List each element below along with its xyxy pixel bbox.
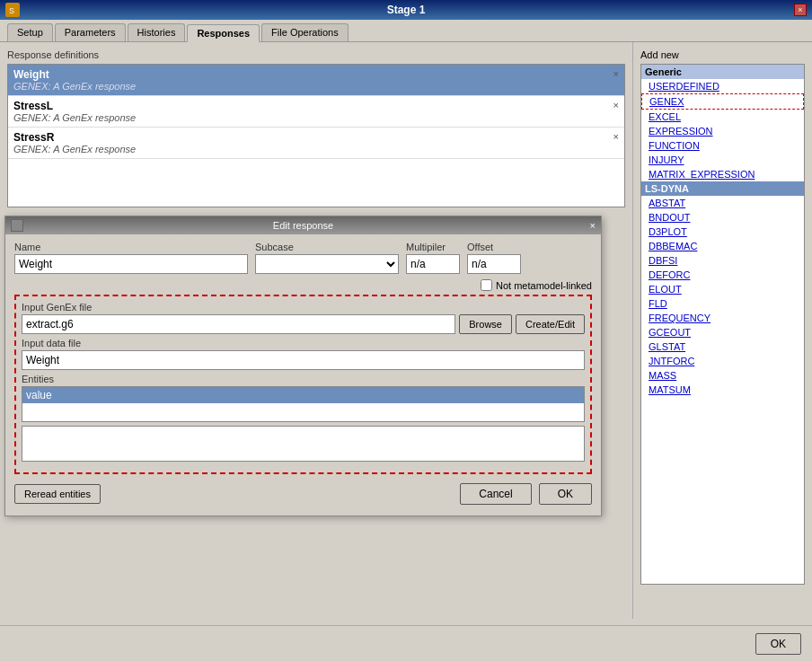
multiplier-label: Multipiler [406,242,460,252]
add-new-label: Add new [640,49,805,60]
type-item-frequency[interactable]: FREQUENCY [641,311,804,325]
create-edit-button[interactable]: Create/Edit [516,314,585,334]
response-item-stressr[interactable]: StressR GENEX: A GenEx response × [8,128,624,159]
tab-parameters[interactable]: Parameters [55,23,126,41]
dialog-content: Name Subcase Multipiler Offset [5,234,601,516]
reread-button[interactable]: Reread entities [14,484,101,504]
input-genex-label: Input GenEx file [22,302,585,313]
data-file-row [22,350,585,370]
dialog-bottom-row: Reread entities Cancel OK [14,480,592,508]
type-item-excel[interactable]: EXCEL [641,110,804,124]
svg-text:S: S [9,6,14,15]
cancel-button[interactable]: Cancel [460,483,531,505]
response-name-stressr: StressR [13,131,610,144]
response-item-weight[interactable]: Weight GENEX: A GenEx response × [8,65,624,96]
dialog-close-button[interactable]: × [590,220,596,231]
ok-button[interactable]: OK [539,483,592,505]
type-item-abstat[interactable]: ABSTAT [641,196,804,210]
entities-label: Entities [22,374,585,384]
window-title: Stage 1 [387,4,426,16]
type-item-gceout[interactable]: GCEOUT [641,325,804,339]
metamodel-row: Not metamodel-linked [14,279,592,291]
form-row-top: Name Subcase Multipiler Offset [14,242,592,274]
offset-label: Offset [467,242,521,252]
multiplier-input[interactable] [406,254,460,274]
type-list[interactable]: Generic USERDEFINED GENEX EXCEL EXPRESSI… [640,64,805,585]
type-item-genex[interactable]: GENEX [641,93,804,110]
tab-histories[interactable]: Histories [128,23,186,41]
dashed-box: Input GenEx file Browse Create/Edit Inpu… [14,295,592,474]
metamodel-checkbox[interactable] [481,279,492,291]
name-label: Name [14,242,248,252]
form-group-multiplier: Multipiler [406,242,460,274]
genex-file-row: Browse Create/Edit [22,314,585,334]
tab-bar: Setup Parameters Histories Responses Fil… [0,20,812,42]
main-ok-button[interactable]: OK [755,633,801,655]
response-sub-stressl: GENEX: A GenEx response [13,112,610,123]
type-item-dbbemac[interactable]: DBBEMAC [641,239,804,253]
right-panel: Add new Generic USERDEFINED GENEX EXCEL … [632,42,812,619]
type-item-bndout[interactable]: BNDOUT [641,210,804,225]
input-data-label: Input data file [22,338,585,348]
type-item-d3plot[interactable]: D3PLOT [641,225,804,239]
response-name-weight: Weight [13,68,610,81]
response-sub-weight: GENEX: A GenEx response [13,81,610,92]
tab-setup[interactable]: Setup [7,23,53,41]
type-item-matrix-expression[interactable]: MATRIX_EXPRESSION [641,167,804,181]
type-item-mass[interactable]: MASS [641,368,804,383]
tab-file-operations[interactable]: File Operations [261,23,349,41]
app-icon: S [5,3,20,17]
title-bar: S Stage 1 × [0,0,812,20]
type-item-matsum[interactable]: MATSUM [641,383,804,397]
group-header-generic: Generic [641,65,804,79]
dialog-title: Edit response [273,220,333,231]
name-input[interactable] [14,254,248,274]
edit-response-dialog: Edit response × Name Subcase Multipiler [4,216,602,516]
type-item-fld[interactable]: FLD [641,296,804,311]
metamodel-label: Not metamodel-linked [496,280,592,291]
tab-responses[interactable]: Responses [187,24,260,42]
type-item-glstat[interactable]: GLSTAT [641,339,804,354]
subcase-label: Subcase [255,242,399,252]
type-item-expression[interactable]: EXPRESSION [641,124,804,138]
form-group-offset: Offset [467,242,521,274]
response-definitions-label: Response definitions [7,49,625,60]
entities-list[interactable]: value [22,386,585,422]
response-list[interactable]: Weight GENEX: A GenEx response × StressL… [7,64,625,207]
form-group-name: Name [14,242,248,274]
window-close-button[interactable]: × [794,4,807,16]
type-item-dbfsi[interactable]: DBFSI [641,253,804,268]
data-file-input[interactable] [22,350,585,370]
empty-area [22,426,585,462]
dialog-title-bar: Edit response × [5,216,601,234]
entity-item-value[interactable]: value [22,387,584,403]
response-close-stressl[interactable]: × [613,100,619,110]
response-sub-stressr: GENEX: A GenEx response [13,144,610,154]
type-item-deforc[interactable]: DEFORC [641,268,804,282]
offset-input[interactable] [467,254,521,274]
form-group-subcase: Subcase [255,242,399,274]
type-item-function[interactable]: FUNCTION [641,138,804,153]
response-name-stressl: StressL [13,100,610,112]
response-close-stressr[interactable]: × [613,131,619,142]
dialog-action-buttons: Cancel OK [460,480,592,508]
browse-button-visible[interactable]: Browse [459,314,512,334]
type-item-injury[interactable]: INJURY [641,153,804,167]
type-item-jntforc[interactable]: JNTFORC [641,354,804,368]
main-window: S Stage 1 × Setup Parameters Histories R… [0,0,812,661]
subcase-select[interactable] [255,254,399,274]
response-item-stressl[interactable]: StressL GENEX: A GenEx response × [8,96,624,128]
dialog-icon [11,219,23,232]
response-close-weight[interactable]: × [613,68,619,79]
bottom-bar: OK [0,625,812,661]
type-item-userdefined[interactable]: USERDEFINED [641,79,804,93]
genex-file-input[interactable] [22,314,455,334]
type-item-elout[interactable]: ELOUT [641,282,804,296]
group-header-lsdyna: LS-DYNA [641,181,804,196]
